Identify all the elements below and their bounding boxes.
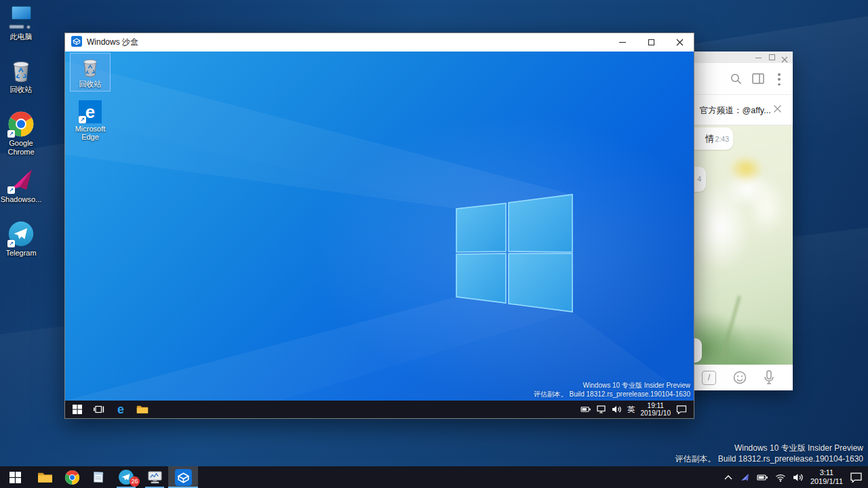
file-explorer-icon[interactable] <box>31 466 58 488</box>
desktop-icon-telegram[interactable]: ↗ Telegram <box>0 220 42 258</box>
clock-date: 2019/1/10 <box>641 409 671 417</box>
close-button[interactable] <box>665 33 694 52</box>
desktop-icon-recycle-bin[interactable]: 回收站 <box>0 57 42 94</box>
split-view-icon[interactable] <box>752 73 764 84</box>
telegram-titlebar[interactable] <box>684 52 793 63</box>
task-view-button[interactable] <box>88 401 110 418</box>
clock-time: 3:11 <box>810 468 843 477</box>
sandbox-app-icon <box>71 36 82 49</box>
desktop-icon-label: Shadowso... <box>0 195 42 204</box>
sandbox-watermark: Windows 10 专业版 Insider Preview 评估副本。 Bui… <box>534 382 690 399</box>
maximize-button[interactable] <box>637 33 665 52</box>
host-watermark: Windows 10 专业版 Insider Preview 评估副本。 Bui… <box>675 443 864 464</box>
host-desktop: 此电脑 回收站 ↗ Google Chrome <box>0 0 868 488</box>
telegram-header <box>684 63 793 95</box>
clock-time: 19:11 <box>641 402 671 409</box>
telegram-window: 官方频道：@affy... 情 2:43 4 / <box>684 52 793 390</box>
clock[interactable]: 19:11 2019/1/10 <box>641 402 671 417</box>
notification-badge: 26 <box>130 476 140 487</box>
volume-icon[interactable] <box>793 473 804 482</box>
chrome-taskbar-icon[interactable] <box>58 466 85 488</box>
battery-icon[interactable] <box>757 473 768 482</box>
sandbox-icon-label: 回收站 <box>71 80 110 88</box>
minimize-icon[interactable] <box>755 58 762 58</box>
chrome-icon: ↗ <box>7 110 35 138</box>
shortcut-arrow-icon: ↗ <box>7 186 15 194</box>
message-time: 4 <box>697 175 701 183</box>
watermark-line1: Windows 10 专业版 Insider Preview <box>675 443 864 454</box>
this-pc-icon <box>7 4 35 31</box>
recycle-bin-icon <box>79 56 102 79</box>
shadowsocks-icon: ↗ <box>7 167 35 194</box>
start-button[interactable] <box>66 401 88 418</box>
maximize-icon[interactable] <box>769 54 775 60</box>
edge-glyph: e <box>117 403 124 417</box>
sandbox-window-title: Windows 沙盒 <box>87 37 138 48</box>
sandbox-icon-label: Microsoft Edge <box>71 125 110 141</box>
start-button[interactable] <box>0 466 30 488</box>
desktop-icon-label: 回收站 <box>0 85 42 94</box>
shortcut-arrow-icon: ↗ <box>7 130 15 138</box>
battery-icon[interactable] <box>580 405 591 413</box>
desktop-icon-chrome[interactable]: ↗ Google Chrome <box>0 110 42 157</box>
desktop-icon-label: Google Chrome <box>0 139 42 157</box>
action-center-icon[interactable] <box>850 472 863 483</box>
shadowsocks-tray-icon[interactable] <box>740 472 750 482</box>
network-icon[interactable] <box>597 405 606 413</box>
recycle-bin-icon <box>7 57 35 84</box>
ime-indicator[interactable]: 英 <box>627 405 635 415</box>
host-taskbar: 26 <box>0 466 868 488</box>
sandbox-wallpaper <box>65 52 694 401</box>
edge-taskbar-icon[interactable]: e <box>110 401 132 418</box>
telegram-taskbar-icon[interactable]: 26 <box>113 466 140 488</box>
chat-area: 情 2:43 4 <box>684 125 793 365</box>
telegram-icon: ↗ <box>7 220 35 247</box>
hidden-icons-chevron-icon[interactable] <box>724 474 733 481</box>
sandbox-system-tray: 英 19:11 2019/1/10 <box>580 401 694 418</box>
chat-background-daisy-photo <box>684 125 793 365</box>
microphone-icon[interactable] <box>764 370 774 385</box>
volume-icon[interactable] <box>612 405 622 413</box>
notepad-taskbar-icon[interactable] <box>85 466 113 488</box>
desktop-icon-label: 此电脑 <box>0 33 42 41</box>
message-time: 2:43 <box>715 135 729 143</box>
sandbox-desktop: 回收站 e ↗ Microsoft Edge Windows 10 专业版 In… <box>65 52 694 401</box>
pinned-close-icon[interactable] <box>773 104 782 116</box>
wifi-icon[interactable] <box>775 473 786 482</box>
sandbox-titlebar[interactable]: Windows 沙盒 <box>65 33 694 52</box>
emoji-icon[interactable] <box>733 371 747 384</box>
message-text: 情 <box>705 133 714 145</box>
pinned-message-text: 官方频道：@affy... <box>700 105 771 117</box>
monitor-app-taskbar-icon[interactable] <box>141 466 168 488</box>
action-center-icon[interactable] <box>676 405 687 414</box>
sandbox-taskbar: e <box>65 401 694 418</box>
message-input-bar[interactable]: / <box>684 365 793 390</box>
sandbox-taskbar-icon[interactable] <box>168 466 198 488</box>
watermark-line2: 评估副本。 Build 18312.rs_prerelease.190104-1… <box>675 454 864 465</box>
clock-date: 2019/1/11 <box>810 477 843 486</box>
desktop-icon-label: Telegram <box>0 249 42 258</box>
desktop-icon-shadowsocks[interactable]: ↗ Shadowso... <box>0 167 42 204</box>
sandbox-icon-edge[interactable]: e ↗ Microsoft Edge <box>71 100 110 141</box>
edge-icon: e ↗ <box>79 100 102 123</box>
minimize-button[interactable] <box>608 33 637 52</box>
desktop-icon-this-pc[interactable]: 此电脑 <box>0 4 42 41</box>
sandbox-window: Windows 沙盒 <box>64 33 694 419</box>
watermark-line1: Windows 10 专业版 Insider Preview <box>534 382 690 390</box>
shortcut-arrow-icon: ↗ <box>7 240 15 247</box>
bot-command-icon[interactable]: / <box>702 371 716 385</box>
menu-dots-icon[interactable] <box>778 73 781 85</box>
search-icon[interactable] <box>730 73 742 85</box>
pinned-message-bar[interactable]: 官方频道：@affy... <box>684 95 793 125</box>
clock[interactable]: 3:11 2019/1/11 <box>810 468 843 486</box>
shortcut-arrow-icon: ↗ <box>79 116 86 123</box>
watermark-line2: 评估副本。 Build 18312.rs_prerelease.190104-1… <box>534 390 690 399</box>
host-system-tray: 3:11 2019/1/11 <box>724 466 868 488</box>
file-explorer-icon[interactable] <box>132 401 153 418</box>
sandbox-icon-recycle-bin[interactable]: 回收站 <box>71 54 110 91</box>
